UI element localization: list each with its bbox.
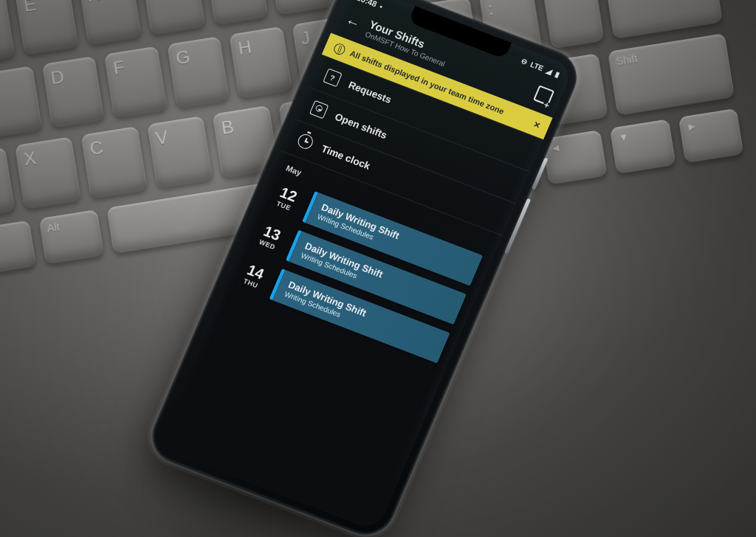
keyboard-key: G: [167, 36, 230, 108]
time-clock-icon: [295, 132, 315, 151]
keyboard-key: W: [0, 0, 16, 65]
keyboard-key: V: [147, 116, 213, 188]
keyboard-key: Shift: [608, 33, 735, 115]
keyboard-key: ": [542, 0, 605, 49]
keyboard-key: Enter: [604, 0, 723, 39]
keyboard-key: Alt: [39, 209, 105, 264]
calendar-add-icon[interactable]: [533, 85, 554, 105]
battery-icon: ▮: [554, 69, 562, 78]
open-shifts-icon: [309, 100, 329, 119]
keyboard-key: F: [105, 46, 168, 118]
photo-scene: TabQWERTYUIOP{}|CapsASDFGHJKL:"EnterShif…: [0, 0, 756, 537]
keyboard-key: T: [142, 0, 205, 35]
shift-date: 12TUE: [267, 178, 306, 218]
do-not-disturb-icon: ⊖: [520, 57, 529, 66]
menu-label: Requests: [347, 79, 394, 105]
keyboard-key: C: [81, 126, 148, 198]
back-button[interactable]: ←: [343, 13, 362, 32]
keyboard-key: X: [16, 136, 82, 209]
keyboard-key: R: [78, 0, 142, 45]
keyboard-key: E: [15, 0, 78, 55]
keyboard-key: Z: [0, 147, 16, 219]
keyboard-key: ▼: [610, 119, 676, 173]
globe-icon: [332, 42, 347, 56]
keyboard-key: ►: [678, 108, 744, 163]
keyboard-key: ⊞: [0, 221, 36, 275]
keyboard-key: Y: [205, 0, 268, 25]
shift-date: 14THU: [235, 255, 274, 296]
signal-icon: ◢: [545, 66, 554, 75]
shift-date: 13WED: [251, 216, 290, 257]
network-label: LTE: [529, 60, 545, 72]
keyboard-key: D: [42, 56, 105, 128]
requests-icon: [323, 68, 342, 87]
banner-close-button[interactable]: ×: [532, 118, 542, 131]
keyboard-key: S: [0, 66, 42, 138]
menu-label: Time clock: [320, 143, 372, 172]
notification-icon: ▪: [379, 2, 385, 10]
